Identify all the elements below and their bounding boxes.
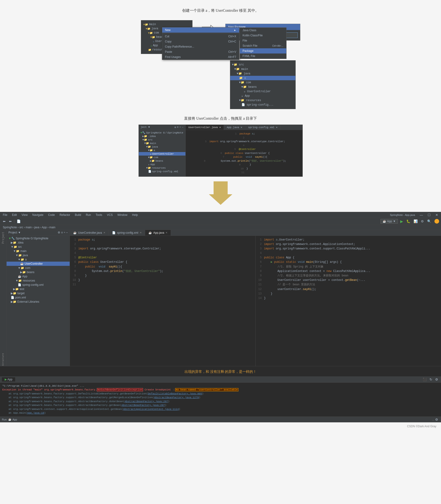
si-java[interactable]: ▼📁 java — [139, 145, 186, 149]
pt-external-libs[interactable]: ▶📁 External Libraries — [7, 300, 70, 304]
pt-main[interactable]: ▼📁 main — [7, 249, 70, 253]
pt-target[interactable]: ▶📁 target — [7, 291, 70, 295]
tab-springconfig-full[interactable]: 📄 spring-config.xml ✕ — [109, 230, 145, 235]
debug-button[interactable]: 🐛 — [405, 219, 411, 224]
menu-item-find-usages[interactable]: Find Usages Alt+F7 — [162, 54, 239, 60]
run-tab-app[interactable]: ▶ App — [2, 377, 16, 382]
settings-icon[interactable]: ⚙ — [58, 231, 60, 234]
pt-springconfig-xml[interactable]: 📄 spring-config.xml — [7, 283, 70, 287]
menu-view[interactable]: View — [21, 213, 29, 217]
pt-app[interactable]: ☕ App — [7, 274, 70, 279]
menu-item-cut[interactable]: Cut Ctrl+X — [162, 34, 239, 39]
recent-files-btn[interactable]: 📄 — [16, 219, 22, 224]
menu-build[interactable]: Build — [74, 213, 82, 217]
svg-marker-2 — [209, 181, 232, 205]
menu-item-copy[interactable]: Copy Ctrl+C — [162, 39, 239, 44]
tab-springconfig[interactable]: spring-config.xml ✕ — [245, 125, 280, 130]
menu-refactor[interactable]: Refactor — [59, 213, 71, 217]
project-tab-btn[interactable]: Project — [2, 232, 5, 244]
pt-a[interactable]: ▼📁 a — [7, 257, 70, 262]
menu-run[interactable]: Run — [85, 213, 92, 217]
right-pane-code[interactable]: 1234567891011121314 import a.UserControl… — [255, 236, 441, 366]
submenu-fxml[interactable]: FXML File — [240, 53, 286, 59]
si-app[interactable]: ☕ App — [139, 163, 186, 166]
run-bottom-settings[interactable]: ⚙ — [434, 417, 439, 422]
si-idea[interactable]: ▶📁 .idea — [139, 134, 186, 138]
restore-btn[interactable]: ☐ — [427, 213, 432, 217]
tab-usercontroller-full[interactable]: ☕ UserController.java ✕ — [70, 230, 109, 235]
pt-idea[interactable]: ▶📁 .idea — [7, 240, 70, 245]
si-usercontroller[interactable]: ☕ UserController — [139, 152, 186, 156]
tab-close-springconfig[interactable]: ✕ — [140, 231, 142, 234]
settings-btn[interactable]: ⚙ — [420, 219, 425, 224]
left-pane-code[interactable]: 1234567891011 package a; import org.spri… — [70, 236, 255, 366]
run-tabs: ▶ App — [2, 377, 16, 382]
pt-src[interactable]: ▼📁 src — [7, 245, 70, 249]
run-rerun-btn[interactable]: ↻ — [429, 377, 433, 382]
folder-icon: ▼📁 — [16, 254, 22, 257]
menu-vcs[interactable]: VCS — [106, 213, 114, 217]
si-src[interactable]: ▼📁 src — [139, 138, 186, 141]
pt-resources[interactable]: ▼📁 resources — [7, 279, 70, 283]
submenu-java-class[interactable]: Java Class — [240, 28, 286, 33]
menu-help[interactable]: Help — [131, 213, 139, 217]
java-file-icon: ☕ — [151, 44, 152, 47]
code-line-2: 2 — [188, 136, 300, 140]
forward-btn[interactable]: ⬅ — [8, 219, 13, 224]
sort-icon[interactable]: ≡ — [61, 231, 63, 234]
tr-java: ▼📁 java — [230, 71, 295, 76]
menu-item-paste[interactable]: Paste Ctrl+V — [162, 49, 239, 54]
folder-icon: ▼📁 — [16, 279, 22, 282]
folder-icon: ▶📁 — [11, 300, 16, 303]
menu-tools[interactable]: Tools — [95, 213, 103, 217]
xml-file-icon: 📄 — [11, 296, 14, 299]
menu-code[interactable]: Code — [47, 213, 56, 217]
run-stop-btn[interactable]: ⬛ — [422, 377, 428, 382]
menu-window[interactable]: Window — [116, 213, 128, 217]
menu-edit[interactable]: Edit — [11, 213, 18, 217]
run-config-selector[interactable]: ☕ App ▼ — [380, 219, 398, 224]
pt-beans[interactable]: ▶📁 beans — [7, 270, 70, 274]
submenu-kotlin[interactable]: Kotlin Class/File — [240, 33, 286, 38]
pt-com[interactable]: ▼📁 com — [7, 266, 70, 270]
si-a[interactable]: ▼📁 a — [139, 149, 186, 152]
close-btn[interactable]: ✕ — [434, 213, 439, 217]
tab-appjava[interactable]: App.java ✕ — [224, 125, 245, 130]
submenu-scratch[interactable]: Scratch File Ctrl+Alt+... — [240, 43, 286, 48]
pt-pomxml[interactable]: 📄 pom.xml — [7, 295, 70, 300]
tab-close-app[interactable]: ✕ — [166, 231, 167, 234]
run-settings-icon[interactable]: ⚙ — [434, 377, 439, 382]
back-btn[interactable]: ⬅ — [2, 219, 7, 224]
si-com[interactable]: ▼📁 com — [139, 156, 186, 159]
context-menu: New ► Java Class Kotlin Class/File File — [162, 27, 239, 60]
small-code-area: 1package a; 2 3import org.springframewor… — [186, 130, 302, 176]
ide-menubar: File Edit View Navigate Code Refactor Bu… — [0, 212, 441, 218]
sidebar-icons: ⚙ ≡ ÷ – — [174, 126, 183, 129]
menu-file[interactable]: File — [2, 213, 8, 217]
si-resources[interactable]: ▼📁 resources — [139, 166, 186, 170]
tab-close-usercontroller[interactable]: ✕ — [103, 231, 105, 234]
divider-icon[interactable]: ÷ — [64, 231, 65, 234]
search-btn[interactable]: 🔍 — [426, 219, 432, 224]
si-beans[interactable]: ▶📁 beans — [139, 159, 186, 163]
pt-java[interactable]: ▼📁 java — [7, 253, 70, 257]
pt-test[interactable]: ▶📁 test — [7, 287, 70, 291]
tab-usercontroller[interactable]: UserController.java ✕ — [186, 125, 224, 130]
coverage-button[interactable]: 📊 — [413, 219, 419, 224]
run-button[interactable]: ▶ — [399, 219, 404, 224]
submenu-package[interactable]: Package — [240, 48, 286, 53]
minimize-btn[interactable]: — — [419, 213, 424, 217]
tab-appjava-full[interactable]: ☕ App.java ✕ — [145, 230, 171, 235]
pt-usercontroller[interactable]: ☕ UserController — [7, 262, 70, 266]
collapse-icon[interactable]: – — [66, 231, 68, 234]
project-header: Project ▼ ⚙ ≡ ÷ – — [7, 230, 70, 235]
si-springconfig[interactable]: 📄 spring-config.xml — [139, 170, 186, 173]
submenu-file[interactable]: File — [240, 38, 286, 43]
menu-item-new[interactable]: New ► Java Class Kotlin Class/File File — [162, 27, 239, 33]
menu-navigate[interactable]: Navigate — [32, 213, 44, 217]
pt-springnote[interactable]: ▼🔧 SpringNote G:\SpringNote — [7, 236, 70, 240]
menu-item-copy-path[interactable]: Copy Path/Reference... — [162, 44, 239, 49]
section2: 直接将 UserController 点击，拖拽至 a 目录下 ject ▼ ⚙… — [0, 116, 441, 177]
user-avatar — [434, 219, 439, 224]
si-main[interactable]: ▼📁 main — [139, 141, 186, 145]
